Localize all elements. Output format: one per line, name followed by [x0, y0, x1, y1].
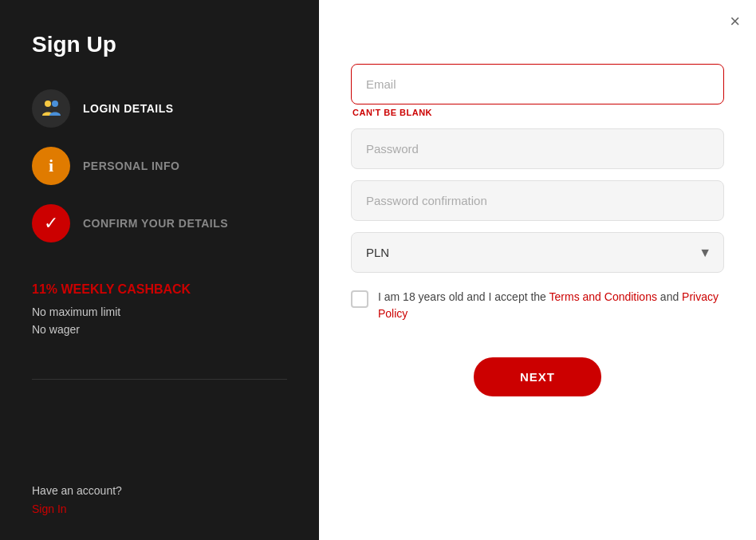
password-field-wrapper [351, 128, 724, 169]
step-login-label: LOGIN DETAILS [83, 102, 174, 115]
email-field-wrapper: CAN'T BE BLANK [351, 64, 724, 117]
page-title: Sign Up [32, 32, 287, 57]
info-icon: i [49, 156, 53, 176]
terms-checkbox[interactable] [351, 290, 368, 308]
step-personal: i PERSONAL INFO [32, 147, 287, 185]
divider [32, 379, 287, 380]
people-icon [39, 97, 63, 120]
password-confirmation-input[interactable] [351, 180, 724, 221]
svg-point-1 [52, 101, 58, 107]
currency-select[interactable]: PLN EUR USD GBP [351, 232, 724, 273]
password-confirm-wrapper [351, 180, 724, 221]
cashback-line1: No maximum limit [32, 303, 287, 321]
svg-point-0 [45, 101, 51, 107]
terms-text-before: I am 18 years old and I accept the [378, 290, 549, 303]
email-error: CAN'T BE BLANK [352, 108, 724, 117]
step-login-icon [32, 89, 70, 128]
sign-in-link[interactable]: Sign In [32, 503, 67, 515]
terms-text: I am 18 years old and I accept the Terms… [378, 289, 724, 322]
terms-row: I am 18 years old and I accept the Terms… [351, 289, 724, 322]
step-confirm-icon: ✓ [32, 204, 70, 242]
steps-list: LOGIN DETAILS i PERSONAL INFO ✓ CONFIRM … [32, 89, 287, 242]
form-area: CAN'T BE BLANK PLN EUR USD GBP ▼ I am 18… [351, 64, 724, 396]
right-panel: × CAN'T BE BLANK PLN EUR USD GBP ▼ [319, 0, 756, 540]
have-account-text: Have an account? [32, 484, 287, 497]
cashback-title: 11% WEEKLY CASHBACK [32, 282, 287, 297]
password-input[interactable] [351, 128, 724, 169]
step-personal-label: PERSONAL INFO [83, 160, 179, 172]
checkmark-icon: ✓ [44, 213, 58, 234]
terms-conditions-link[interactable]: Terms and Conditions [549, 290, 657, 303]
terms-text-middle: and [657, 290, 682, 303]
step-confirm: ✓ CONFIRM YOUR DETAILS [32, 204, 287, 242]
cashback-line2: No wager [32, 321, 287, 338]
currency-select-wrapper: PLN EUR USD GBP ▼ [351, 232, 724, 273]
email-input[interactable] [351, 64, 724, 104]
step-confirm-label: CONFIRM YOUR DETAILS [83, 217, 228, 230]
step-login: LOGIN DETAILS [32, 89, 287, 128]
left-panel: Sign Up LOGIN DETAILS i PERSO [0, 0, 319, 540]
next-button[interactable]: NEXT [474, 357, 601, 396]
cashback-section: 11% WEEKLY CASHBACK No maximum limit No … [32, 282, 287, 339]
bottom-section: Have an account? Sign In [32, 484, 287, 516]
close-button[interactable]: × [730, 13, 740, 30]
step-personal-icon: i [32, 147, 70, 185]
